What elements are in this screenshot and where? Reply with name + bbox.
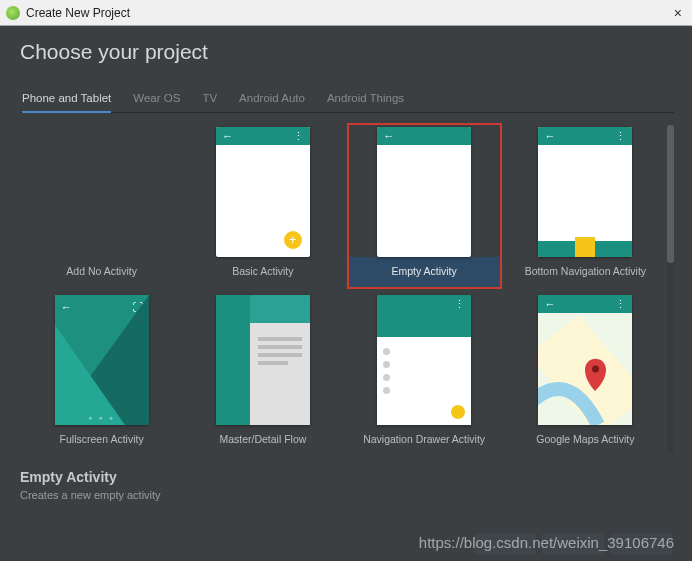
tab-wear-os[interactable]: Wear OS <box>133 86 180 112</box>
template-grid: Add No Activity ←⋮ + Basic Activity ← Em… <box>20 113 667 465</box>
wizard-buttons <box>474 533 672 555</box>
back-arrow-icon: ← <box>544 130 555 142</box>
template-fullscreen[interactable]: ← ⛶ ● ● ● Fullscreen Activity <box>24 291 179 457</box>
footer-info: Empty Activity Creates a new empty activ… <box>0 465 692 513</box>
template-master-detail[interactable]: Master/Detail Flow <box>185 291 340 457</box>
template-label: Add No Activity <box>26 257 177 287</box>
next-button[interactable] <box>542 533 604 555</box>
page-dots-icon: ● ● ● <box>88 414 115 421</box>
window-title: Create New Project <box>26 6 670 20</box>
scrollbar[interactable] <box>667 125 674 453</box>
overflow-icon: ⋮ <box>293 130 304 143</box>
template-label: Bottom Navigation Activity <box>510 257 661 287</box>
overflow-icon: ⋮ <box>454 298 465 311</box>
previous-button[interactable] <box>474 533 536 555</box>
overflow-icon: ⋮ <box>615 298 626 311</box>
template-add-no-activity[interactable]: Add No Activity <box>24 123 179 289</box>
template-label: Navigation Drawer Activity <box>349 425 500 455</box>
template-label: Google Maps Activity <box>510 425 661 455</box>
template-empty-activity[interactable]: ← Empty Activity <box>347 123 502 289</box>
template-label: Basic Activity <box>187 257 338 287</box>
overflow-icon: ⋮ <box>615 130 626 143</box>
selected-template-desc: Creates a new empty activity <box>20 489 672 501</box>
template-label: Fullscreen Activity <box>26 425 177 455</box>
titlebar: Create New Project × <box>0 0 692 26</box>
tabs: Phone and Tablet Wear OS TV Android Auto… <box>20 86 674 113</box>
template-label: Empty Activity <box>349 257 500 287</box>
selected-template-title: Empty Activity <box>20 469 672 485</box>
template-label: Master/Detail Flow <box>187 425 338 455</box>
map-icon <box>538 295 632 425</box>
fab-icon: + <box>284 231 302 249</box>
cancel-button[interactable] <box>610 533 672 555</box>
back-arrow-icon: ← <box>222 130 233 142</box>
template-google-maps[interactable]: ←⋮ Google Maps Activity <box>508 291 663 457</box>
page-title: Choose your project <box>20 40 674 64</box>
app-icon <box>6 6 20 20</box>
tab-android-things[interactable]: Android Things <box>327 86 404 112</box>
template-basic-activity[interactable]: ←⋮ + Basic Activity <box>185 123 340 289</box>
tab-tv[interactable]: TV <box>202 86 217 112</box>
template-bottom-navigation[interactable]: ←⋮ Bottom Navigation Activity <box>508 123 663 289</box>
close-icon[interactable]: × <box>670 5 686 21</box>
template-navigation-drawer[interactable]: ⋮ Navigation Drawer Activity <box>347 291 502 457</box>
tab-android-auto[interactable]: Android Auto <box>239 86 305 112</box>
fab-icon <box>451 405 465 419</box>
tab-phone-tablet[interactable]: Phone and Tablet <box>22 86 111 112</box>
back-arrow-icon: ← <box>544 298 555 310</box>
svg-point-3 <box>592 366 599 373</box>
back-arrow-icon: ← <box>383 130 394 142</box>
